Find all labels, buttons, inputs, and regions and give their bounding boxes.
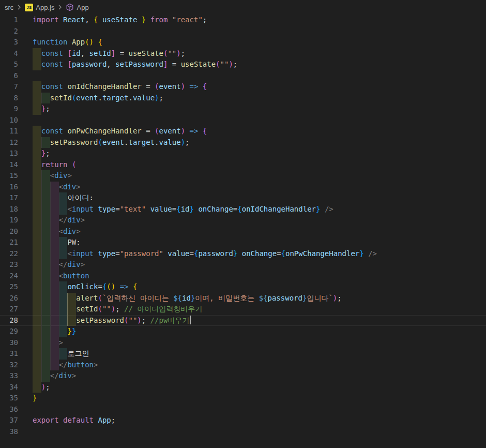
breadcrumb-item-symbol[interactable]: App xyxy=(77,4,88,11)
line-number[interactable]: 32 xyxy=(0,360,24,371)
code-line-23[interactable]: 23 </div> xyxy=(0,259,486,271)
code-line-36[interactable]: 36 xyxy=(0,404,486,415)
line-content[interactable]: > xyxy=(33,337,486,349)
line-content[interactable]: setId(""); // 아이디입력창비우기 xyxy=(33,304,486,315)
code-line-8[interactable]: 8 setId(event.target.value); xyxy=(0,93,486,104)
line-number[interactable]: 23 xyxy=(0,259,24,271)
line-number[interactable]: 14 xyxy=(0,159,24,171)
line-content[interactable]: </div> xyxy=(33,215,486,226)
code-line-31[interactable]: 31 로그인 xyxy=(0,348,486,360)
line-number[interactable]: 28 xyxy=(0,315,24,326)
line-number[interactable]: 3 xyxy=(0,37,24,48)
line-number[interactable]: 17 xyxy=(0,192,24,204)
line-content[interactable]: const onIdChangeHandler = (event) => { xyxy=(33,81,486,93)
line-content[interactable]: const onPwChangeHandler = (event) => { xyxy=(33,126,486,137)
line-number[interactable]: 9 xyxy=(0,103,24,115)
code-line-14[interactable]: 14 return ( xyxy=(0,159,486,171)
line-number[interactable]: 24 xyxy=(0,271,24,282)
line-content[interactable]: }; xyxy=(33,148,486,159)
line-content[interactable]: 로그인 xyxy=(33,348,486,360)
line-content[interactable]: }; xyxy=(33,103,486,115)
line-number[interactable]: 36 xyxy=(0,404,24,415)
line-number[interactable]: 18 xyxy=(0,204,24,215)
code-line-21[interactable]: 21 PW: xyxy=(0,237,486,248)
line-number[interactable]: 29 xyxy=(0,326,24,337)
code-line-30[interactable]: 30 > xyxy=(0,337,486,349)
breadcrumb-item-src[interactable]: src xyxy=(5,4,13,11)
line-content[interactable]: <div> xyxy=(33,170,486,182)
code-line-4[interactable]: 4 const [id, setId] = useState(""); xyxy=(0,48,486,59)
line-content[interactable]: setId(event.target.value); xyxy=(33,93,486,104)
line-number[interactable]: 26 xyxy=(0,293,24,304)
line-content[interactable]: alert(`입력하신 아이디는 ${id}이며, 비밀번호는 ${passwo… xyxy=(33,293,486,304)
code-line-16[interactable]: 16 <div> xyxy=(0,182,486,193)
line-content[interactable]: }} xyxy=(33,326,486,337)
line-number[interactable]: 31 xyxy=(0,348,24,360)
line-number[interactable]: 30 xyxy=(0,337,24,349)
code-line-18[interactable]: 18 <input type="text" value={id} onChang… xyxy=(0,204,486,215)
code-line-7[interactable]: 7 const onIdChangeHandler = (event) => { xyxy=(0,81,486,93)
line-content[interactable]: export default App; xyxy=(33,415,486,426)
line-content[interactable] xyxy=(33,70,486,82)
line-number[interactable]: 4 xyxy=(0,48,24,59)
code-line-22[interactable]: 22 <input type="password" value={passwor… xyxy=(0,248,486,260)
line-content[interactable]: setPassword(""); //pw비우기 xyxy=(33,315,486,326)
line-content[interactable]: return ( xyxy=(33,159,486,171)
line-number[interactable]: 27 xyxy=(0,304,24,315)
line-content[interactable] xyxy=(33,404,486,415)
line-content[interactable]: <input type="password" value={password} … xyxy=(33,248,486,260)
code-line-34[interactable]: 34 ); xyxy=(0,382,486,393)
code-line-20[interactable]: 20 <div> xyxy=(0,226,486,237)
code-line-26[interactable]: 26 alert(`입력하신 아이디는 ${id}이며, 비밀번호는 ${pas… xyxy=(0,293,486,304)
code-line-19[interactable]: 19 </div> xyxy=(0,215,486,226)
line-number[interactable]: 5 xyxy=(0,59,24,70)
line-content[interactable]: const [password, setPassword] = useState… xyxy=(33,59,486,70)
editor[interactable]: 1import React, { useState } from "react"… xyxy=(0,14,486,437)
line-number[interactable]: 16 xyxy=(0,182,24,193)
line-number[interactable]: 38 xyxy=(0,426,24,438)
line-content[interactable]: PW: xyxy=(33,237,486,248)
line-number[interactable]: 22 xyxy=(0,248,24,260)
code-line-17[interactable]: 17 아이디: xyxy=(0,192,486,204)
line-content[interactable]: </button> xyxy=(33,360,486,371)
line-number[interactable]: 1 xyxy=(0,14,24,26)
line-number[interactable]: 10 xyxy=(0,115,24,126)
code-line-38[interactable]: 38 xyxy=(0,426,486,438)
line-content[interactable]: </div> xyxy=(33,370,486,382)
code-line-10[interactable]: 10 xyxy=(0,115,486,126)
line-content[interactable] xyxy=(33,26,486,37)
line-number[interactable]: 2 xyxy=(0,26,24,37)
code-line-15[interactable]: 15 <div> xyxy=(0,170,486,182)
line-number[interactable]: 34 xyxy=(0,382,24,393)
line-number[interactable]: 11 xyxy=(0,126,24,137)
code-line-25[interactable]: 25 onClick={() => { xyxy=(0,281,486,293)
code-line-27[interactable]: 27 setId(""); // 아이디입력창비우기 xyxy=(0,304,486,315)
line-content[interactable]: 아이디: xyxy=(33,192,486,204)
line-content[interactable]: <button xyxy=(33,271,486,282)
code-line-32[interactable]: 32 </button> xyxy=(0,360,486,371)
code-line-24[interactable]: 24 <button xyxy=(0,271,486,282)
code-line-2[interactable]: 2 xyxy=(0,26,486,37)
line-content[interactable]: const [id, setId] = useState(""); xyxy=(33,48,486,59)
code-line-12[interactable]: 12 setPassword(event.target.value); xyxy=(0,137,486,148)
line-number[interactable]: 7 xyxy=(0,81,24,93)
line-number[interactable]: 20 xyxy=(0,226,24,237)
line-content[interactable]: import React, { useState } from "react"; xyxy=(33,14,486,26)
code-line-29[interactable]: 29 }} xyxy=(0,326,486,337)
code-line-35[interactable]: 35} xyxy=(0,393,486,404)
code-line-28[interactable]: 28 setPassword(""); //pw비우기 xyxy=(0,315,486,326)
line-content[interactable]: <div> xyxy=(33,182,486,193)
line-number[interactable]: 12 xyxy=(0,137,24,148)
line-content[interactable] xyxy=(33,426,486,438)
code-line-33[interactable]: 33 </div> xyxy=(0,370,486,382)
code-line-6[interactable]: 6 xyxy=(0,70,486,82)
code-line-1[interactable]: 1import React, { useState } from "react"… xyxy=(0,14,486,26)
line-content[interactable]: ); xyxy=(33,382,486,393)
code-line-37[interactable]: 37export default App; xyxy=(0,415,486,426)
breadcrumb-item-filename[interactable]: App.js xyxy=(36,4,54,11)
code-line-13[interactable]: 13 }; xyxy=(0,148,486,159)
line-number[interactable]: 19 xyxy=(0,215,24,226)
line-number[interactable]: 35 xyxy=(0,393,24,404)
line-content[interactable]: } xyxy=(33,393,486,404)
line-content[interactable]: setPassword(event.target.value); xyxy=(33,137,486,148)
